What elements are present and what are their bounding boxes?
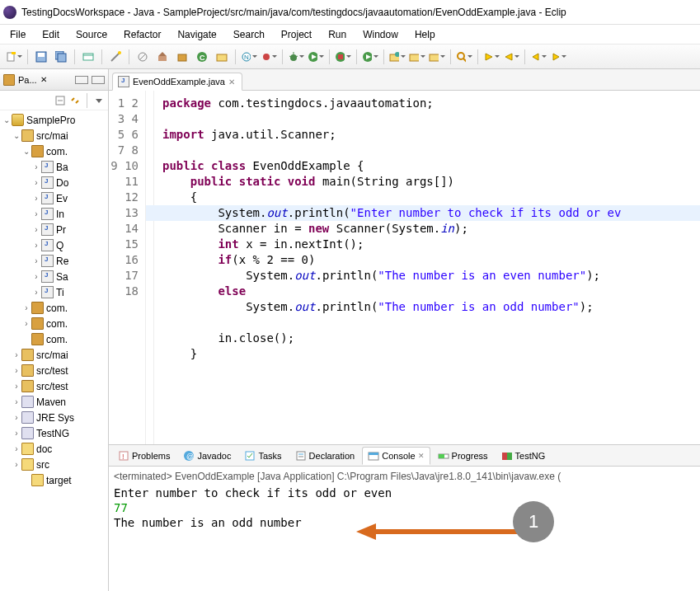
tree-arrow-icon[interactable] <box>12 131 21 140</box>
search-button[interactable] <box>455 48 473 66</box>
forward-button[interactable] <box>549 48 567 66</box>
tree-arrow-icon[interactable] <box>31 209 41 218</box>
tree-arrow-icon[interactable] <box>2 115 12 124</box>
wand-button[interactable] <box>106 48 124 66</box>
menu-run[interactable]: Run <box>322 27 353 42</box>
tree-arrow-icon[interactable] <box>12 429 21 438</box>
menu-help[interactable]: Help <box>408 27 442 42</box>
new-java-project-button[interactable] <box>388 48 406 66</box>
link-editor-icon[interactable] <box>69 95 81 106</box>
bottom-tab-console[interactable]: Console✕ <box>362 447 430 465</box>
view-menu-icon[interactable] <box>93 95 105 106</box>
close-icon[interactable]: ✕ <box>40 75 47 84</box>
prev-annotation-button[interactable] <box>502 48 520 66</box>
tree-node[interactable]: Maven <box>0 394 108 410</box>
tree-arrow-icon[interactable] <box>12 413 21 422</box>
project-tree[interactable]: SampleProsrc/maicom.BaDoEvInPrQReSaTicom… <box>0 110 108 591</box>
tree-node[interactable]: Ti <box>0 284 108 300</box>
bottom-tab-progress[interactable]: Progress <box>432 447 494 465</box>
tree-arrow-icon[interactable] <box>12 350 21 359</box>
menu-search[interactable]: Search <box>227 27 271 42</box>
tree-node[interactable]: Q <box>0 237 108 253</box>
tree-arrow-icon[interactable] <box>21 147 31 156</box>
tree-node[interactable]: com. <box>0 316 108 331</box>
tree-node[interactable]: com. <box>0 331 108 347</box>
tree-arrow-icon[interactable] <box>31 225 41 234</box>
menu-refactor[interactable]: Refactor <box>117 27 167 42</box>
editor-tab-active[interactable]: EvenOddExample.java ✕ <box>112 73 242 91</box>
next-annotation-button[interactable] <box>482 48 500 66</box>
maximize-icon[interactable] <box>92 76 105 84</box>
tree-node[interactable]: src/test <box>0 363 108 378</box>
menu-edit[interactable]: Edit <box>35 27 66 42</box>
tree-node[interactable]: doc <box>0 441 108 457</box>
folder-button[interactable] <box>213 48 231 66</box>
tree-arrow-icon[interactable] <box>12 397 21 406</box>
tree-node[interactable]: src/mai <box>0 347 108 363</box>
skip-breakpoints-button[interactable] <box>134 48 152 66</box>
tree-arrow-icon[interactable] <box>31 241 41 250</box>
save-button[interactable] <box>32 48 50 66</box>
bottom-tab-tasks[interactable]: Tasks <box>238 447 287 465</box>
tree-node[interactable]: com. <box>0 143 108 159</box>
tree-arrow-icon[interactable] <box>21 319 31 328</box>
menu-navigate[interactable]: Navigate <box>171 27 223 42</box>
open-task-button[interactable] <box>260 48 278 66</box>
tree-arrow-icon[interactable] <box>31 178 41 187</box>
tree-node[interactable]: Do <box>0 175 108 190</box>
console-view[interactable]: <terminated> EvenOddExample [Java Applic… <box>109 467 700 591</box>
menu-project[interactable]: Project <box>275 27 318 42</box>
open-type-button[interactable]: N <box>240 48 258 66</box>
tree-node[interactable]: src <box>0 457 108 472</box>
tree-arrow-icon[interactable] <box>12 460 21 469</box>
tree-node[interactable]: JRE Sys <box>0 410 108 425</box>
tree-node[interactable]: Re <box>0 253 108 269</box>
tree-arrow-icon[interactable] <box>31 162 41 171</box>
tree-node[interactable]: Pr <box>0 222 108 237</box>
back-button[interactable] <box>529 48 547 66</box>
tree-arrow-icon[interactable] <box>12 444 21 453</box>
tree-node[interactable]: com. <box>0 300 108 316</box>
collapse-all-icon[interactable] <box>54 95 66 106</box>
debug-button[interactable] <box>287 48 305 66</box>
tree-arrow-icon[interactable] <box>31 256 41 265</box>
new-button[interactable] <box>5 48 23 66</box>
tree-node[interactable]: In <box>0 206 108 222</box>
code-editor[interactable]: 1 2 3 4 5 6 7 8 9 10 11 12 13 14 15 16 1… <box>109 91 700 444</box>
tree-node[interactable]: Ev <box>0 190 108 206</box>
new-class-button[interactable]: C <box>193 48 211 66</box>
new-java-class-button[interactable] <box>428 48 446 66</box>
toggle-breadcrumb-button[interactable] <box>79 48 97 66</box>
tree-node[interactable]: SamplePro <box>0 112 108 128</box>
bottom-tab-problems[interactable]: !Problems <box>112 447 176 465</box>
bottom-tab-javadoc[interactable]: @Javadoc <box>177 447 237 465</box>
tree-node[interactable]: target <box>0 472 108 488</box>
tree-arrow-icon[interactable] <box>12 366 21 375</box>
tree-node[interactable]: src/mai <box>0 128 108 143</box>
code-content[interactable]: package com.testingdocs.javaautomation; … <box>154 91 700 444</box>
save-all-button[interactable] <box>52 48 70 66</box>
tree-node[interactable]: Ba <box>0 159 108 175</box>
tree-node[interactable]: TestNG <box>0 425 108 441</box>
build-button[interactable] <box>153 48 171 66</box>
run-button[interactable] <box>307 48 325 66</box>
new-package-button[interactable] <box>173 48 191 66</box>
close-icon[interactable]: ✕ <box>228 77 235 87</box>
minimize-icon[interactable] <box>75 76 88 84</box>
menu-source[interactable]: Source <box>69 27 114 42</box>
bottom-tab-testng[interactable]: TestNG <box>496 447 552 465</box>
tree-arrow-icon[interactable] <box>31 272 41 281</box>
bottom-tab-declaration[interactable]: Declaration <box>289 447 361 465</box>
run-last-button[interactable] <box>361 48 379 66</box>
close-icon[interactable]: ✕ <box>418 452 425 460</box>
tree-node[interactable]: src/test <box>0 378 108 394</box>
tree-node[interactable]: Sa <box>0 269 108 284</box>
tree-arrow-icon[interactable] <box>21 303 31 312</box>
tree-arrow-icon[interactable] <box>12 382 21 391</box>
tree-arrow-icon[interactable] <box>31 288 41 297</box>
menu-window[interactable]: Window <box>356 27 405 42</box>
menu-file[interactable]: File <box>3 27 32 42</box>
tree-arrow-icon[interactable] <box>31 194 41 203</box>
new-java-package-button[interactable] <box>408 48 426 66</box>
coverage-button[interactable] <box>334 48 352 66</box>
